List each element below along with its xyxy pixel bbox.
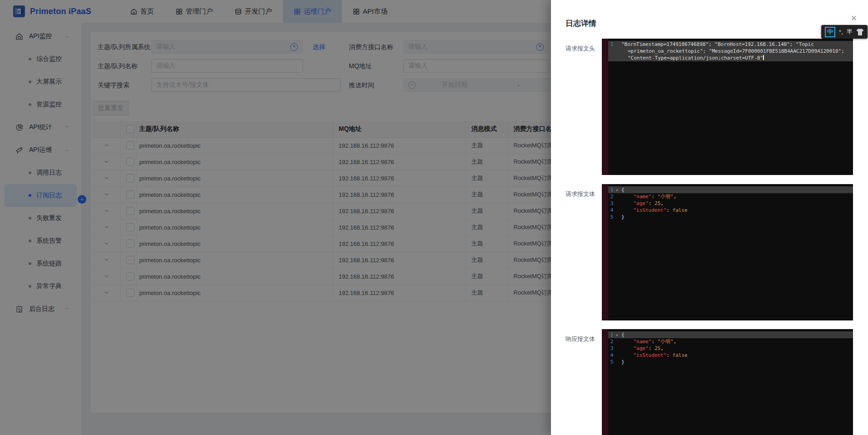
line-number: 5	[602, 214, 615, 220]
line-number: 4	[602, 207, 615, 214]
code-line: 3 "age": 25,	[602, 200, 853, 207]
code-line: 1▾{	[602, 186, 853, 193]
section-label: 请求报文体	[565, 190, 595, 198]
code-line: 1▾{	[602, 331, 853, 338]
code-line: "Content-Type=application/json;charset=U…	[602, 55, 853, 61]
code-line: 5}	[602, 214, 853, 220]
log-detail-drawer: 日志详情 ✕ 请求报文头1"BornTimestamp=174910674689…	[551, 0, 868, 435]
code-editor[interactable]: 1"BornTimestamp=1749106746898"; "BornHos…	[602, 39, 853, 175]
line-number: 1	[602, 41, 615, 48]
code-editor[interactable]: 1▾{2 "name": "小明",3 "age": 25,4 "isStude…	[602, 329, 853, 435]
line-number: 3	[602, 345, 615, 352]
ime-language-mode[interactable]: 中	[825, 27, 835, 37]
code-line: 4 "isStudent": false	[602, 352, 853, 359]
fold-icon[interactable]: ▾	[616, 332, 618, 339]
line-number: 1	[602, 331, 615, 338]
code-line: 5}	[602, 359, 853, 365]
line-number: 2	[602, 338, 615, 345]
app-window: P Primeton iPaaS 首页 管理门户	[0, 0, 868, 435]
ime-width-mode[interactable]: 半	[847, 28, 853, 36]
line-number	[602, 48, 615, 55]
ime-punctuation-mode[interactable]: °,	[839, 29, 843, 35]
close-icon[interactable]: ✕	[851, 15, 857, 22]
ime-toolbar: 中 °, 半	[821, 25, 868, 39]
text-cursor	[763, 55, 764, 60]
code-line: 2 "name": "小明",	[602, 193, 853, 200]
code-editor[interactable]: 1▾{2 "name": "小明",3 "age": 25,4 "isStude…	[602, 184, 853, 320]
ime-skin-icon[interactable]	[856, 29, 864, 35]
section-label: 请求报文头	[565, 45, 595, 53]
code-line: =primeton_oa_rockettopic"; "MessageId=7F…	[602, 48, 853, 55]
code-line: 2 "name": "小明",	[602, 338, 853, 345]
line-number: 4	[602, 352, 615, 359]
line-number: 5	[602, 359, 615, 365]
line-number	[602, 55, 615, 61]
code-line: 4 "isStudent": false	[602, 207, 853, 214]
fold-icon[interactable]: ▾	[616, 187, 618, 194]
code-line: 1"BornTimestamp=1749106746898"; "BornHos…	[602, 41, 853, 48]
line-number: 3	[602, 200, 615, 207]
drawer-title: 日志详情	[565, 18, 596, 29]
code-line: 3 "age": 25,	[602, 345, 853, 352]
line-number: 2	[602, 193, 615, 200]
line-number: 1	[602, 186, 615, 193]
section-label: 响应报文体	[565, 335, 595, 343]
